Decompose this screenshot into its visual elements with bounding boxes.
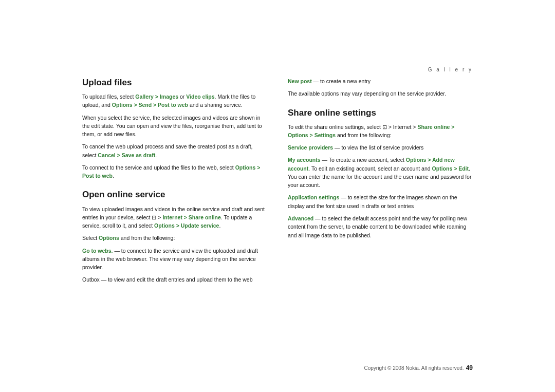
my-accounts-label: My accounts xyxy=(288,157,321,163)
upload-or: or xyxy=(178,94,186,100)
page-number: 49 xyxy=(466,364,473,371)
my-accounts-paragraph: My accounts — To create a new account, s… xyxy=(288,156,473,189)
advanced-label: Advanced xyxy=(288,215,313,221)
open-paragraph-1: To view uploaded images and videos in th… xyxy=(82,205,267,230)
app-settings-label: Application settings xyxy=(288,194,339,200)
share-p1-start: To edit the share online settings, selec… xyxy=(288,124,382,130)
new-post-paragraph: New post — to create a new entry xyxy=(288,77,473,85)
outbox-paragraph: Outbox — to view and edit the draft entr… xyxy=(82,275,267,284)
left-column: Upload files To upload files, select Gal… xyxy=(82,77,267,351)
footer: Copyright © 2008 Nokia. All rights reser… xyxy=(82,364,473,371)
open-p2-end: and from the following: xyxy=(119,235,175,241)
section-header: G a l l e r y xyxy=(428,67,473,72)
share-online-title: Share online settings xyxy=(288,107,473,119)
share-icon: ⊡ xyxy=(382,124,387,130)
options-link: Options xyxy=(99,235,119,241)
open-online-section: Open online service To view uploaded ima… xyxy=(82,189,267,284)
page: G a l l e r y Upload files To upload fil… xyxy=(0,0,555,392)
my-accounts-text-start: — To create a new account, select xyxy=(321,157,406,163)
copyright-text: Copyright © 2008 Nokia. All rights reser… xyxy=(364,365,464,371)
new-post-label: New post xyxy=(288,78,312,84)
video-clips-link: Video clips xyxy=(186,94,214,100)
internet-share-link: Internet > Share online xyxy=(162,214,221,220)
open-paragraph-2: Select Options and from the following: xyxy=(82,234,267,242)
share-paragraph-1: To edit the share online settings, selec… xyxy=(288,123,473,140)
right-column: New post — to create a new entry The ava… xyxy=(288,77,473,351)
advanced-paragraph: Advanced — to select the default access … xyxy=(288,214,473,239)
upload-p1-end2: and a sharing service. xyxy=(188,102,243,108)
options-send-link: Options > Send > Post to web xyxy=(112,102,188,108)
upload-paragraph-4: To connect to the service and upload the… xyxy=(82,163,267,180)
new-post-text: — to create a new entry xyxy=(312,78,371,84)
options-edit-link: Options > Edit xyxy=(432,165,469,172)
upload-section: Upload files To upload files, select Gal… xyxy=(82,77,267,180)
new-post-note: The available options may vary depending… xyxy=(288,89,473,98)
upload-p4-end: . xyxy=(113,173,114,179)
app-settings-paragraph: Application settings — to select the siz… xyxy=(288,193,473,210)
open-arrow: > xyxy=(156,214,162,220)
select-text: Select xyxy=(82,235,99,241)
upload-p4-start: To connect to the service and upload the… xyxy=(82,164,235,171)
upload-paragraph-2: When you select the service, the selecte… xyxy=(82,114,267,139)
service-providers-paragraph: Service providers — to view the list of … xyxy=(288,143,473,152)
cancel-save-link: Cancel > Save as draft xyxy=(98,152,155,158)
options-update-link: Options > Update service xyxy=(154,222,219,229)
open-online-title: Open online service xyxy=(82,189,267,200)
outbox-text: — to view and edit the draft entries and… xyxy=(100,276,253,283)
upload-paragraph-1: To upload files, select Gallery > Images… xyxy=(82,92,267,109)
gallery-images-link: Gallery > Images xyxy=(135,94,178,100)
upload-paragraph-3: To cancel the web upload process and sav… xyxy=(82,142,267,159)
advanced-text: — to select the default access point and… xyxy=(288,215,467,238)
upload-p3-end: . xyxy=(155,152,157,158)
outbox-label: Outbox xyxy=(82,276,100,283)
upload-title: Upload files xyxy=(82,77,267,88)
service-providers-label: Service providers xyxy=(288,144,333,151)
open-p1-end2: . xyxy=(219,222,220,229)
service-providers-text: — to view the list of service providers xyxy=(333,144,423,151)
share-online-section: Share online settings To edit the share … xyxy=(288,107,473,239)
my-accounts-text-mid: . To edit an existing account, select an… xyxy=(308,165,432,172)
go-to-webs-label: Go to webs. xyxy=(82,248,113,254)
main-content: Upload files To upload files, select Gal… xyxy=(82,77,473,351)
section-label: G a l l e r y xyxy=(428,67,473,72)
share-p1-mid: > Internet > xyxy=(387,124,418,130)
go-to-webs-paragraph: Go to webs. — to connect to the service … xyxy=(82,247,267,272)
upload-p1-text: To upload files, select xyxy=(82,94,135,100)
share-p1-end: and from the following: xyxy=(336,132,392,138)
